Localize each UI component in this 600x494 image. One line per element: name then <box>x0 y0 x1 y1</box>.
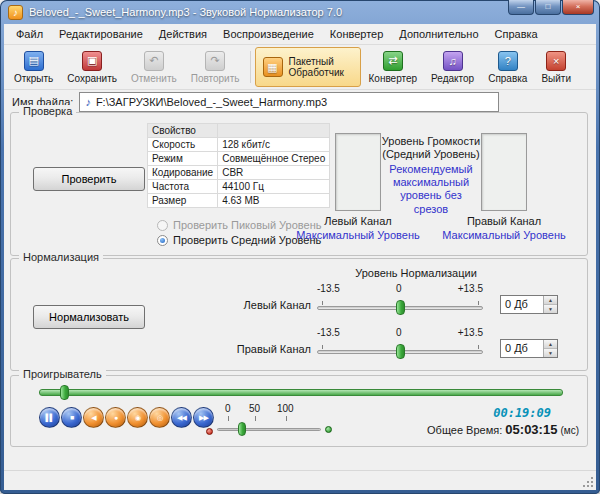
prop-name: Режим <box>148 152 218 166</box>
batch-processor-button[interactable]: ▦ Пакетный Обработчик <box>255 47 361 87</box>
scale-max-label: +13.5 <box>458 327 483 338</box>
elapsed-time: 00:19:09 <box>404 406 579 420</box>
volume-slider-thumb[interactable] <box>238 422 246 436</box>
help-button[interactable]: ? Справка <box>482 47 533 87</box>
prop-name: Размер <box>148 194 218 208</box>
editor-button[interactable]: ♫ Редактор <box>425 47 480 87</box>
record-button[interactable]: ● <box>105 407 126 428</box>
playback-position-slider[interactable] <box>39 389 563 396</box>
pause-button[interactable]: ▌▌ <box>39 407 60 428</box>
close-button[interactable]: × <box>562 0 594 15</box>
check-group: Проверка Проверить Свойство Скорость 128… <box>10 112 588 256</box>
prop-value: 44100 Гц <box>218 180 330 194</box>
spin-down-icon[interactable]: ▼ <box>544 349 557 357</box>
prop-value: 128 кбит/с <box>218 138 330 152</box>
menu-help[interactable]: Справка <box>487 25 546 43</box>
open-label: Открыть <box>14 73 53 84</box>
maximize-button[interactable]: □ <box>535 0 561 15</box>
window-title: Beloved_-_Sweet_Harmony.mp3 - Звуковой Н… <box>29 6 342 18</box>
save-label: Сохранить <box>67 73 117 84</box>
client-area: Файл Редактирование Действия Воспроизвед… <box>4 24 596 490</box>
file-name-field[interactable]: ♪ F:\ЗАГРУЗКИ\Beloved_-_Sweet_Harmony.mp… <box>79 92 499 112</box>
right-db-value: 0 Дб <box>501 340 543 357</box>
converter-icon: ⇄ <box>383 51 403 71</box>
normalize-button[interactable]: Нормализовать <box>33 305 145 329</box>
prop-value: CBR <box>218 166 330 180</box>
tick-mark <box>322 301 323 305</box>
redo-button[interactable]: ↷ Повторить <box>185 47 246 87</box>
table-row: Скорость 128 кбит/с <box>148 138 330 152</box>
tick-mark <box>322 345 323 349</box>
table-row: Частота 44100 Гц <box>148 180 330 194</box>
editor-icon: ♫ <box>443 51 463 71</box>
volume-scale-ticks <box>217 416 321 421</box>
previous-track-button[interactable]: ◀◀ <box>171 407 192 428</box>
scale-mid-label: 0 <box>396 327 402 338</box>
scale-min-label: -13.5 <box>317 327 340 338</box>
menu-converter[interactable]: Конвертер <box>322 25 391 43</box>
save-button[interactable]: ▣ Сохранить <box>61 47 123 87</box>
check-button[interactable]: Проверить <box>33 167 145 191</box>
right-channel-slider-label: Правый Канал <box>191 343 311 355</box>
menu-playback[interactable]: Воспроизведение <box>215 25 322 43</box>
batch-processor-icon: ▦ <box>263 57 283 77</box>
tick-mark <box>478 345 479 349</box>
properties-header: Свойство <box>148 124 218 138</box>
left-max-level-link[interactable]: Максимальный Уровень <box>293 229 423 241</box>
normalization-group-label: Нормализация <box>19 251 103 263</box>
volume-slider[interactable] <box>217 428 321 431</box>
menu-edit[interactable]: Редактирование <box>51 25 151 43</box>
volume-button[interactable]: ◉ <box>127 407 148 428</box>
player-buttons: ▌▌ ■ ◀ ● ◉ ◎ ◀◀ ▶▶ <box>39 407 214 428</box>
right-channel-slider[interactable] <box>317 350 483 354</box>
volume-scale-100: 100 <box>277 403 294 414</box>
left-spin-buttons: ▲ ▼ <box>543 296 557 313</box>
minimize-button[interactable]: — <box>508 0 534 15</box>
left-slider-thumb[interactable] <box>396 300 405 315</box>
file-type-icon: ♪ <box>85 96 91 108</box>
left-db-value: 0 Дб <box>501 296 543 313</box>
menu-actions[interactable]: Действия <box>151 25 215 43</box>
right-max-level-link[interactable]: Максимальный Уровень <box>439 229 569 241</box>
mute-button[interactable]: ◎ <box>149 407 170 428</box>
table-row: Кодирование CBR <box>148 166 330 180</box>
check-group-label: Проверка <box>19 105 76 117</box>
converter-button[interactable]: ⇄ Конвертер <box>363 47 424 87</box>
scale-mid-label: 0 <box>396 283 402 294</box>
resize-grip[interactable] <box>591 485 593 487</box>
menu-additional[interactable]: Дополнительно <box>391 25 486 43</box>
exit-button[interactable]: × Выйти <box>535 47 577 87</box>
stop-button[interactable]: ■ <box>61 407 82 428</box>
batch-processor-label: Пакетный Обработчик <box>289 56 353 79</box>
normalization-level-heading: Уровень Нормализации <box>341 267 491 279</box>
undo-icon: ↶ <box>144 51 164 71</box>
toolbar: ▤ Открыть ▣ Сохранить ↶ Отменить ↷ Повто… <box>4 45 596 90</box>
right-channel-meter <box>481 133 527 211</box>
playback-position-thumb[interactable] <box>60 385 69 400</box>
menu-file[interactable]: Файл <box>8 25 51 43</box>
left-db-spinner[interactable]: 0 Дб ▲ ▼ <box>500 295 558 314</box>
right-slider-thumb[interactable] <box>396 344 405 359</box>
prop-name: Скорость <box>148 138 218 152</box>
right-db-spinner[interactable]: 0 Дб ▲ ▼ <box>500 339 558 358</box>
properties-table: Свойство Скорость 128 кбит/с Режим Совме… <box>147 123 330 208</box>
converter-label: Конвертер <box>369 73 418 84</box>
tick-mark <box>255 416 256 421</box>
spin-down-icon[interactable]: ▼ <box>544 305 557 313</box>
normalization-group: Нормализация Нормализовать Уровень Норма… <box>10 258 588 371</box>
open-button[interactable]: ▤ Открыть <box>8 47 59 87</box>
tick-mark <box>478 301 479 305</box>
undo-button[interactable]: ↶ Отменить <box>125 47 183 87</box>
spin-up-icon[interactable]: ▲ <box>544 296 557 305</box>
time-display: 00:19:09 Общее Время: 05:03:15 (мс) <box>404 406 579 437</box>
menubar: Файл Редактирование Действия Воспроизвед… <box>4 24 596 45</box>
left-channel-meter <box>335 133 381 211</box>
file-path: F:\ЗАГРУЗКИ\Beloved_-_Sweet_Harmony.mp3 <box>96 96 327 108</box>
exit-icon: × <box>546 51 566 71</box>
left-channel-slider[interactable] <box>317 306 483 310</box>
app-window: ♪ Beloved_-_Sweet_Harmony.mp3 - Звуковой… <box>0 0 600 494</box>
help-icon: ? <box>498 51 518 71</box>
next-track-button[interactable]: ▶▶ <box>193 407 214 428</box>
rewind-button[interactable]: ◀ <box>83 407 104 428</box>
spin-up-icon[interactable]: ▲ <box>544 340 557 349</box>
